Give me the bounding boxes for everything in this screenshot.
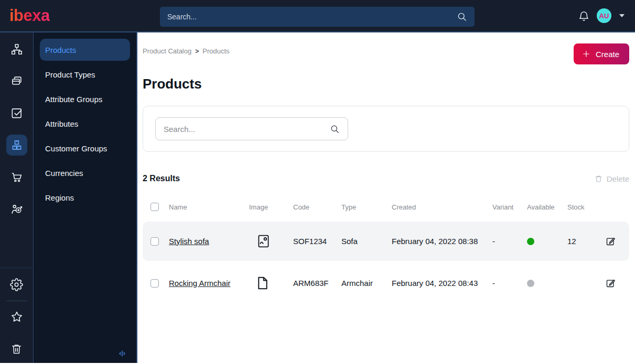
- edit-button[interactable]: [605, 236, 629, 247]
- row-checkbox[interactable]: [150, 237, 159, 246]
- rail-item-commerce[interactable]: [6, 167, 27, 187]
- breadcrumb-product-catalog[interactable]: Product Catalog: [143, 47, 191, 55]
- avatar[interactable]: AU: [597, 8, 611, 23]
- product-type: Sofa: [341, 237, 392, 246]
- products-table: Name Image Code Type Created Variant Ava…: [143, 201, 629, 303]
- pages-icon: [10, 74, 24, 88]
- topbar-right-group: AU: [578, 8, 625, 23]
- filter-search-input[interactable]: [164, 125, 330, 134]
- gear-icon: [10, 278, 23, 291]
- select-all-checkbox[interactable]: [150, 203, 159, 211]
- create-button-label: Create: [596, 50, 619, 59]
- product-catalog-icon: [10, 138, 24, 152]
- rail-divider-short: [6, 301, 27, 301]
- product-code: ARM683F: [293, 279, 341, 288]
- rail-divider: [0, 268, 34, 268]
- top-bar: ibexa AU: [0, 0, 635, 32]
- sidebar-item-customer-groups[interactable]: Customer Groups: [40, 137, 130, 159]
- chevron-down-icon[interactable]: [619, 14, 625, 17]
- rail-item-tasks[interactable]: [6, 103, 27, 124]
- column-header-code: Code: [293, 203, 341, 211]
- sidebar-item-attribute-groups[interactable]: Attribute Groups: [40, 88, 130, 110]
- sidebar-item-attributes[interactable]: Attributes: [40, 113, 130, 135]
- main-content: Product Catalog>Products Create Products: [137, 32, 635, 363]
- column-header-available: Available: [527, 203, 567, 211]
- column-header-created: Created: [392, 203, 492, 211]
- product-link[interactable]: Rocking Armchair: [169, 279, 231, 288]
- row-checkbox[interactable]: [150, 279, 159, 288]
- available-status-dot: [527, 280, 534, 287]
- product-created: February 04, 2022 08:38: [392, 237, 492, 246]
- image-icon: [256, 233, 271, 249]
- file-icon: [256, 275, 270, 291]
- product-stock: 12: [567, 237, 601, 246]
- search-icon[interactable]: [457, 12, 467, 22]
- rail-item-pages[interactable]: [6, 71, 27, 92]
- breadcrumb: Product Catalog>Products: [143, 43, 230, 55]
- plus-icon: [582, 49, 591, 59]
- rail-item-settings[interactable]: [6, 274, 27, 295]
- bell-icon[interactable]: [578, 10, 590, 22]
- product-code: SOF1234: [293, 237, 341, 246]
- sidebar-item-regions[interactable]: Regions: [40, 186, 130, 208]
- table-row: Rocking Armchair ARM683F Armchair Februa…: [143, 263, 629, 303]
- sidebar: Products Product Types Attribute Groups …: [34, 32, 137, 363]
- table-header: Name Image Code Type Created Variant Ava…: [143, 201, 629, 213]
- column-header-image: Image: [247, 203, 293, 211]
- ibexa-logo[interactable]: ibexa: [9, 6, 50, 25]
- product-variant: -: [492, 279, 527, 288]
- rail-item-product-catalog[interactable]: [6, 135, 27, 156]
- breadcrumb-separator: >: [195, 48, 199, 55]
- icon-rail: [0, 32, 34, 363]
- trash-icon: [10, 343, 23, 356]
- filter-search: [155, 117, 348, 140]
- filter-card: [143, 106, 629, 152]
- page-title: Products: [143, 76, 629, 92]
- rail-item-personalization[interactable]: [6, 198, 27, 219]
- column-header-name: Name: [169, 203, 247, 211]
- collapse-sidebar-button[interactable]: [116, 348, 128, 359]
- collapse-panel-icon: [117, 348, 127, 359]
- product-type: Armchair: [341, 279, 392, 288]
- column-header-type: Type: [341, 203, 392, 211]
- edit-button[interactable]: [605, 278, 629, 289]
- rail-item-trash[interactable]: [6, 338, 27, 359]
- product-variant: -: [492, 237, 527, 246]
- edit-icon: [605, 278, 616, 289]
- star-icon: [10, 310, 24, 324]
- sidebar-item-products[interactable]: Products: [40, 39, 130, 61]
- delete-button[interactable]: Delete: [594, 174, 629, 183]
- edit-icon: [605, 236, 616, 247]
- personalization-icon: [10, 202, 24, 216]
- sidebar-item-currencies[interactable]: Currencies: [40, 162, 130, 184]
- rail-item-bookmarks[interactable]: [6, 306, 27, 327]
- trash-icon: [594, 174, 603, 183]
- column-header-variant: Variant: [492, 203, 527, 211]
- product-link[interactable]: Stylish sofa: [169, 237, 209, 246]
- global-search-input[interactable]: [167, 13, 457, 21]
- checklist-icon: [10, 106, 24, 120]
- product-created: February 04, 2022 08:43: [392, 279, 492, 288]
- search-icon[interactable]: [330, 124, 340, 134]
- available-status-dot: [527, 238, 534, 245]
- sitemap-icon: [10, 42, 24, 56]
- app-window: ibexa AU: [0, 0, 635, 364]
- table-row: Stylish sofa SOF1234 Sofa February 04, 2…: [143, 222, 629, 261]
- delete-button-label: Delete: [607, 174, 629, 183]
- global-search: [160, 7, 475, 27]
- column-header-stock: Stock: [567, 203, 601, 211]
- cart-icon: [10, 170, 24, 184]
- results-count: 2 Results: [143, 174, 180, 183]
- sidebar-item-product-types[interactable]: Product Types: [40, 63, 130, 85]
- breadcrumb-products[interactable]: Products: [202, 47, 229, 55]
- rail-item-content-tree[interactable]: [6, 39, 27, 60]
- create-button[interactable]: Create: [574, 43, 629, 64]
